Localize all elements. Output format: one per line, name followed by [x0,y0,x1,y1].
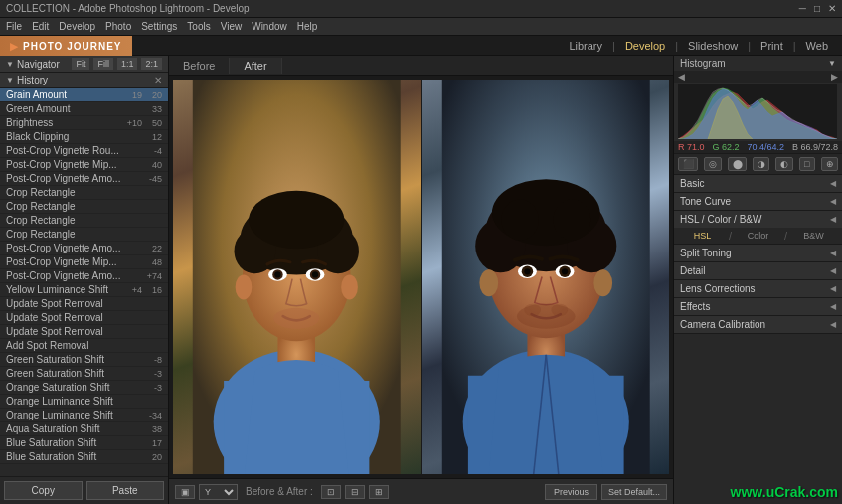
zoom-controls: Fit Fill 1:1 2:1 [72,58,162,70]
histogram-header: Histogram ▼ [674,56,842,71]
history-item[interactable]: Orange Luminance Shift-34 [0,409,168,422]
nav-arrows: Previous Set Default... [545,484,667,500]
history-item[interactable]: Crop Rectangle [0,214,168,228]
history-item[interactable]: Grain Amount1920 [0,88,168,102]
app-logo: ▶ PHOTO JOURNEY [0,36,132,56]
maximize-btn[interactable]: □ [814,3,820,14]
tone-curve-header[interactable]: Tone Curve ◀ [674,193,842,210]
nav-web[interactable]: Web [802,39,832,53]
history-close[interactable]: ✕ [154,75,162,85]
hist-tool-4[interactable]: ◑ [753,157,769,171]
hist-tool-3[interactable]: ⬤ [728,157,747,171]
menu-photo[interactable]: Photo [105,21,131,32]
hsl-header[interactable]: HSL / Color / B&W ◀ [674,211,842,228]
history-item[interactable]: Orange Saturation Shift-3 [0,381,168,395]
history-item[interactable]: Update Spot Removal [0,311,168,325]
after-tab[interactable]: After [230,58,281,74]
clip-highlights[interactable]: ▶ [831,72,838,82]
menu-window[interactable]: Window [252,21,287,32]
effects-section: Effects ◀ [674,298,842,316]
center-panel: Before After [169,56,673,504]
history-triangle[interactable]: ▼ [6,76,14,84]
camera-calibration-header[interactable]: Camera Calibration ◀ [674,316,842,333]
lens-corrections-header[interactable]: Lens Corrections ◀ [674,280,842,297]
detail-section: Detail ◀ [674,262,842,280]
effects-header[interactable]: Effects ◀ [674,298,842,315]
clip-shadows[interactable]: ◀ [678,72,685,82]
hsl-tab-hsl[interactable]: HSL [678,230,727,242]
hist-tool-1[interactable]: ⬛ [678,157,698,171]
minimize-btn[interactable]: ─ [799,3,806,14]
menu-develop[interactable]: Develop [59,21,95,32]
nav-print[interactable]: Print [757,39,787,53]
menu-file[interactable]: File [6,21,22,32]
before-tab[interactable]: Before [169,58,230,74]
hist-tool-2[interactable]: ◎ [704,157,721,171]
menu-help[interactable]: Help [297,21,318,32]
history-item[interactable]: Post-Crop Vignette Amo...+74 [0,269,168,283]
hsl-tab-bw[interactable]: B&W [789,230,838,242]
zoom-fill[interactable]: Fill [93,58,113,70]
menu-settings[interactable]: Settings [141,21,177,32]
history-item[interactable]: Aqua Saturation Shift38 [0,422,168,436]
nav-develop[interactable]: Develop [621,39,669,53]
view-select[interactable]: Y A|B [199,484,238,500]
detail-label: Detail [680,265,706,276]
zoom-1to1[interactable]: 1:1 [117,58,138,70]
history-item[interactable]: Orange Luminance Shift [0,395,168,409]
before-photo [173,80,421,474]
history-item[interactable]: Post-Crop Vignette Rou...-4 [0,144,168,158]
paste-button[interactable]: Paste [86,481,165,500]
history-item[interactable]: Brightness+1050 [0,116,168,130]
history-item[interactable]: Green Saturation Shift-3 [0,367,168,381]
menu-tools[interactable]: Tools [187,21,210,32]
camera-calibration-arrow: ◀ [830,320,836,329]
history-item[interactable]: Add Spot Removal [0,339,168,353]
hsl-section: HSL / Color / B&W ◀ HSL / Color / B&W [674,211,842,245]
zoom-2to1[interactable]: 2:1 [141,58,162,70]
histogram-canvas [678,84,837,139]
history-item[interactable]: Blue Saturation Shift17 [0,436,168,450]
history-item[interactable]: Post-Crop Vignette Amo...22 [0,242,168,255]
set-default-button[interactable]: Set Default... [601,484,667,500]
nav-library[interactable]: Library [565,39,606,53]
history-item[interactable]: Crop Rectangle [0,228,168,242]
menu-edit[interactable]: Edit [32,21,49,32]
history-item[interactable]: Green Amount33 [0,102,168,116]
photos-area [169,76,673,478]
svg-point-15 [236,274,253,299]
hsl-tab-color[interactable]: Color [734,230,782,242]
history-item[interactable]: Post-Crop Vignette Mip...48 [0,255,168,269]
history-item[interactable]: Post-Crop Vignette Mip...40 [0,158,168,172]
hist-tool-6[interactable]: □ [799,157,815,171]
split-toning-header[interactable]: Split Toning ◀ [674,245,842,261]
history-item[interactable]: Blue Saturation Shift20 [0,450,168,464]
navigator-triangle[interactable]: ▼ [6,60,14,69]
history-item[interactable]: Update Spot Removal [0,325,168,339]
history-item[interactable]: Yellow Luminance Shift+416 [0,283,168,297]
history-item[interactable]: Update Spot Removal [0,297,168,311]
compare-btn-3[interactable]: ⊞ [369,485,389,499]
hist-tool-5[interactable]: ◐ [775,157,792,171]
histogram-section: Histogram ▼ ◀ ▶ [674,56,842,175]
history-list[interactable]: Grain Amount1920Green Amount33Brightness… [0,88,168,476]
nav-slideshow[interactable]: Slideshow [684,39,742,53]
history-item[interactable]: Crop Rectangle [0,186,168,200]
history-item[interactable]: Post-Crop Vignette Amo...-45 [0,172,168,186]
compare-btn-2[interactable]: ⊟ [345,485,365,499]
view-icon-1[interactable]: ▣ [175,485,195,499]
close-btn[interactable]: ✕ [828,3,836,14]
zoom-fit[interactable]: Fit [72,58,89,70]
basic-label: Basic [680,178,704,189]
copy-button[interactable]: Copy [4,481,83,500]
hist-tool-7[interactable]: ⊕ [821,157,838,171]
histogram-triangle[interactable]: ▼ [828,59,836,68]
history-item[interactable]: Black Clipping12 [0,130,168,144]
detail-header[interactable]: Detail ◀ [674,262,842,279]
history-item[interactable]: Crop Rectangle [0,200,168,214]
previous-button[interactable]: Previous [545,484,597,500]
compare-btn-1[interactable]: ⊡ [321,485,341,499]
history-item[interactable]: Green Saturation Shift-8 [0,353,168,367]
menu-view[interactable]: View [221,21,243,32]
basic-header[interactable]: Basic ◀ [674,175,842,192]
